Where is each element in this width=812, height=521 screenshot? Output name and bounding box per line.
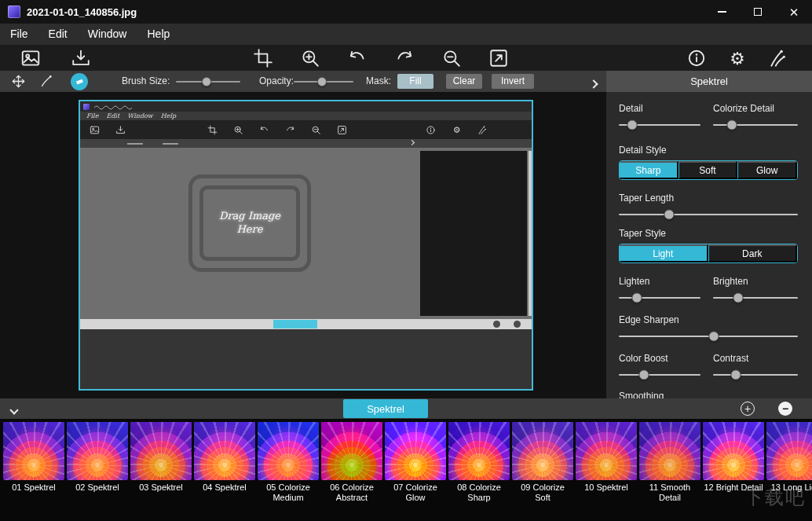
inner-titlebar — [80, 101, 532, 112]
contrast-slider[interactable] — [713, 369, 798, 380]
minimize-button[interactable] — [704, 0, 740, 24]
colorize-detail-knob[interactable] — [726, 119, 737, 130]
preset-thumbnail[interactable]: 13 Long Light — [766, 422, 812, 521]
undo-button[interactable] — [347, 48, 368, 68]
svg-text:⚙: ⚙ — [730, 48, 744, 68]
contrast-knob[interactable] — [731, 369, 741, 380]
move-tool-button[interactable] — [11, 74, 26, 89]
edge-sharpen-knob[interactable] — [708, 331, 719, 341]
taper-length-group: Taper Length — [619, 193, 798, 220]
open-image-button[interactable] — [20, 48, 41, 68]
inner-menubar: File Edit Window Help — [80, 112, 532, 120]
taper-style-dark[interactable]: Dark — [708, 244, 798, 262]
mask-clear-button[interactable]: Clear — [446, 74, 482, 89]
preset-thumbnail[interactable]: 10 Spektrel — [576, 422, 637, 521]
color-boost-knob[interactable] — [639, 369, 649, 380]
menu-window[interactable]: Window — [78, 24, 137, 45]
inner-app-icon — [83, 104, 90, 110]
info-button[interactable] — [686, 48, 707, 68]
preset-thumbnail[interactable]: 08 Colorize Sharp — [448, 422, 510, 521]
color-boost-slider[interactable] — [619, 369, 700, 380]
redo-button[interactable] — [394, 48, 415, 68]
opacity-knob[interactable] — [317, 77, 327, 86]
canvas-image[interactable]: File Edit Window Help ⚙ Drag Image Here — [79, 100, 533, 391]
current-preset-button[interactable]: Spektrel — [343, 399, 428, 418]
gear-icon: ⚙ — [727, 48, 748, 68]
taper-length-slider[interactable] — [619, 208, 798, 220]
inner-preset-button — [273, 320, 317, 328]
close-button[interactable]: ✕ — [776, 0, 812, 24]
brushes-button[interactable] — [768, 48, 788, 68]
taper-style-light[interactable]: Light — [620, 244, 708, 262]
collapse-presets-button[interactable] — [11, 404, 17, 416]
preset-thumbnail-label: 01 Spektrel — [3, 482, 64, 493]
app-icon — [8, 6, 20, 18]
colorize-detail-slider[interactable] — [713, 119, 798, 130]
brighten-knob[interactable] — [733, 292, 744, 303]
brush-icon — [39, 74, 54, 89]
preset-thumbnail[interactable]: 06 Colorize Abstract — [321, 422, 382, 521]
zoom-in-button[interactable] — [300, 48, 320, 68]
eraser-tool-button[interactable] — [71, 73, 88, 90]
preset-thumbnail[interactable]: 12 Bright Detail — [703, 422, 764, 521]
detail-knob[interactable] — [627, 119, 637, 130]
app-window: 2021-01-01_140856.jpg ✕ File Edit Window… — [0, 0, 812, 521]
preset-thumbnail-image — [512, 422, 573, 480]
brush-size-slider[interactable] — [176, 75, 240, 87]
inner-options-bar — [80, 139, 532, 148]
detail-style-soft[interactable]: Soft — [678, 161, 738, 179]
import-image-button[interactable] — [71, 48, 91, 68]
minimize-icon — [718, 11, 726, 13]
preset-thumbnail[interactable]: 05 Colorize Medium — [258, 422, 319, 521]
mask-invert-button[interactable]: Invert — [492, 74, 534, 89]
inner-toolbar-icon — [285, 125, 295, 135]
preset-thumbnail[interactable]: 11 Smooth Detail — [639, 422, 700, 521]
preset-bar: Spektrel + − — [0, 398, 812, 419]
inner-toolbar: ⚙ — [80, 120, 532, 139]
detail-style-glow[interactable]: Glow — [737, 161, 797, 179]
fit-image-button[interactable] — [488, 48, 509, 68]
maximize-button[interactable] — [740, 0, 776, 24]
preset-thumbnail[interactable]: 09 Colorize Soft — [512, 422, 573, 521]
brighten-slider[interactable] — [713, 292, 798, 303]
settings-button[interactable]: ⚙ — [727, 48, 748, 68]
taper-length-knob[interactable] — [664, 209, 674, 219]
lighten-brighten-row: Lighten Brighten — [619, 276, 798, 303]
opacity-slider[interactable] — [294, 75, 353, 87]
brush-tool-button[interactable] — [39, 74, 54, 89]
zoom-out-button[interactable] — [441, 48, 462, 68]
menu-help[interactable]: Help — [137, 24, 180, 45]
taper-style-group: Taper Style Light Dark — [619, 228, 798, 263]
lighten-knob[interactable] — [631, 292, 642, 303]
inner-slider-line — [163, 143, 178, 145]
detail-style-sharp[interactable]: Sharp — [620, 161, 678, 179]
toolbar-left-group — [20, 45, 91, 71]
edge-sharpen-slider[interactable] — [619, 330, 798, 342]
preset-thumbnail[interactable]: 02 Spektrel — [67, 422, 128, 521]
inner-side-panel — [420, 151, 527, 316]
remove-preset-button[interactable]: − — [778, 402, 792, 416]
add-preset-button[interactable]: + — [741, 402, 755, 416]
inner-scrollbar — [529, 151, 532, 316]
detail-slider[interactable] — [619, 119, 700, 130]
menu-edit[interactable]: Edit — [38, 24, 78, 45]
lighten-slider[interactable] — [619, 292, 700, 303]
inner-slider-line — [127, 143, 143, 145]
preset-thumbnail[interactable]: 07 Colorize Glow — [385, 422, 446, 521]
panel-title: Spektrel — [690, 75, 728, 87]
menu-file[interactable]: File — [0, 24, 38, 45]
preset-thumbnail[interactable]: 03 Spektrel — [130, 422, 192, 521]
brush-size-knob[interactable] — [202, 77, 211, 86]
inner-add-icon — [493, 321, 500, 328]
preset-thumbnail-label: 08 Colorize Sharp — [448, 482, 510, 503]
menubar: File Edit Window Help — [0, 24, 812, 45]
inner-toolbar-icon — [115, 125, 126, 135]
photo-icon — [20, 48, 41, 68]
color-boost-label: Color Boost — [619, 353, 700, 364]
preset-thumbnail[interactable]: 01 Spektrel — [3, 422, 64, 521]
mask-fill-button[interactable]: Fill — [397, 74, 433, 89]
preset-thumbnail[interactable]: 04 Spektrel — [194, 422, 255, 521]
collapse-options-button[interactable] — [591, 78, 597, 90]
crop-button[interactable] — [253, 48, 273, 68]
inner-toolbar-icon — [259, 125, 269, 135]
